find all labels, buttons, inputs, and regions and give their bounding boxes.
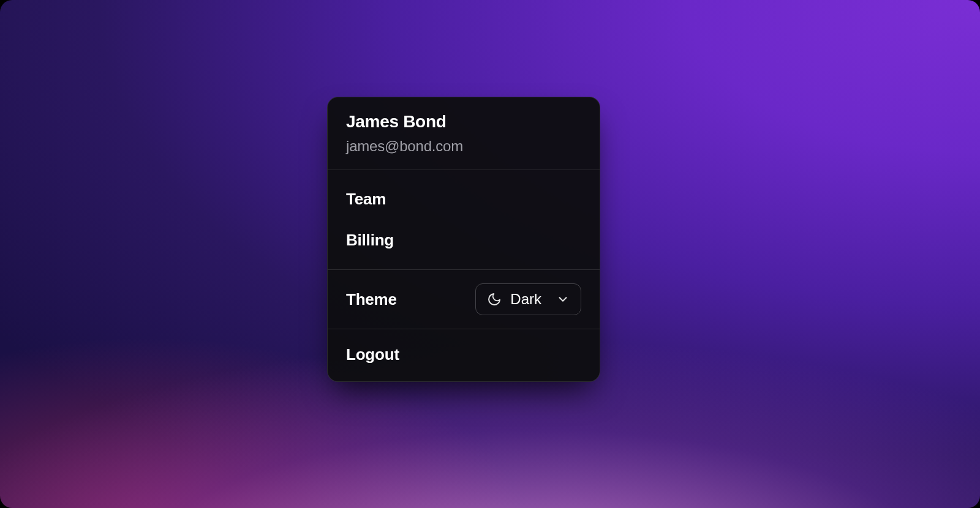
theme-row: Theme Dark	[328, 270, 600, 329]
theme-selector-button[interactable]: Dark	[475, 283, 581, 315]
chevron-down-icon	[556, 293, 570, 306]
user-menu-popover: James Bond james@bond.com Team Billing T…	[327, 97, 600, 382]
user-name-label: James Bond	[346, 111, 581, 133]
menu-item-logout: Logout	[346, 345, 581, 364]
user-email-label: james@bond.com	[346, 138, 581, 155]
menu-item-team[interactable]: Team	[328, 179, 600, 220]
menu-links-section: Team Billing	[328, 170, 600, 270]
theme-selected-value: Dark	[510, 291, 541, 308]
logout-section[interactable]: Logout	[328, 329, 600, 381]
user-header: James Bond james@bond.com	[328, 97, 600, 170]
moon-icon	[487, 292, 502, 307]
theme-label: Theme	[346, 290, 397, 309]
menu-item-billing[interactable]: Billing	[328, 220, 600, 261]
